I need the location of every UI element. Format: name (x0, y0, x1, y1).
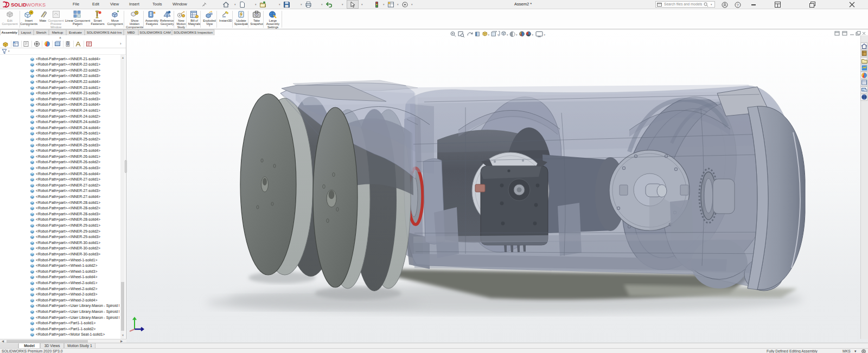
svg-text:▾: ▾ (532, 33, 534, 36)
svg-text:▾: ▾ (516, 33, 518, 36)
svg-text:▾: ▾ (488, 33, 490, 36)
svg-text:▾: ▾ (507, 33, 508, 36)
svg-text:?: ? (737, 2, 739, 7)
svg-text:▾: ▾ (544, 33, 546, 36)
svg-text:SOLID: SOLID (11, 2, 27, 8)
svg-text:WORKS: WORKS (27, 2, 46, 8)
